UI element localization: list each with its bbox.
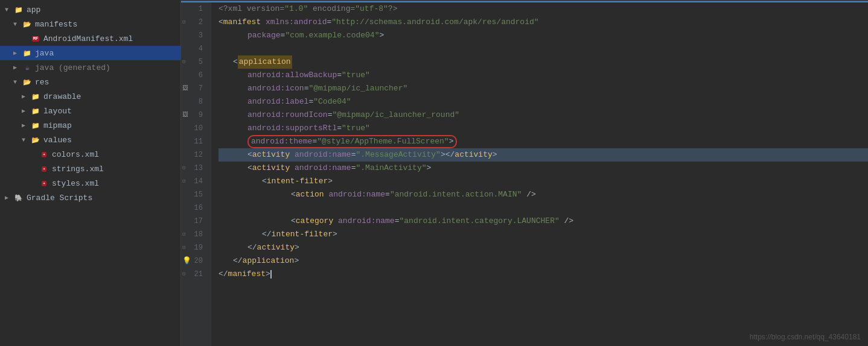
fold-icon-5[interactable]: ⊟ bbox=[182, 55, 185, 69]
tree-item-colors[interactable]: ✦ colors.xml bbox=[0, 147, 180, 162]
line-num-5: ⊟5 bbox=[181, 55, 206, 69]
folder-icon-java-gen: ☕ bbox=[22, 63, 33, 72]
fold-icon-19[interactable]: ⊟ bbox=[182, 241, 185, 254]
gradle-icon: 🐘 bbox=[13, 193, 24, 203]
code-editor: 1 ⊟2 3 4 ⊟5 6 🖼7 8 🖼9 10 11 12 ⊟13 ⊟14 1… bbox=[181, 0, 868, 346]
folder-icon-values: 📂 bbox=[30, 135, 41, 145]
label-java: java bbox=[35, 49, 54, 58]
line-num-19: ⊟19 bbox=[181, 241, 206, 254]
bulb-icon-20: 💡 bbox=[182, 254, 191, 268]
tree-item-layout[interactable]: ▶ 📁 layout bbox=[0, 104, 180, 118]
code-line-17: <category android:name="android.intent.c… bbox=[219, 215, 868, 228]
file-tree: ▼ 📁 app ▼ 📂 manifests MF AndroidManifest… bbox=[0, 0, 181, 346]
fold-icon-18[interactable]: ⊟ bbox=[182, 228, 185, 241]
line-num-14: ⊟14 bbox=[181, 175, 206, 188]
label-colors: colors.xml bbox=[52, 150, 99, 159]
line-numbers: 1 ⊟2 3 4 ⊟5 6 🖼7 8 🖼9 10 11 12 ⊟13 ⊟14 1… bbox=[181, 2, 211, 346]
folder-icon-app: 📁 bbox=[13, 5, 24, 14]
label-androidmanifest: AndroidManifest.xml bbox=[43, 34, 133, 43]
line-num-8: 8 bbox=[181, 95, 206, 109]
folder-icon-drawable: 📁 bbox=[30, 92, 41, 101]
arrow-gradle: ▶ bbox=[5, 194, 13, 201]
tree-item-styles[interactable]: ✦ styles.xml bbox=[0, 176, 180, 190]
arrow-java: ▶ bbox=[13, 49, 22, 57]
arrow-mipmap: ▶ bbox=[22, 122, 30, 129]
fold-icon-13[interactable]: ⊟ bbox=[182, 162, 185, 175]
fold-icon-14[interactable]: ⊟ bbox=[182, 175, 185, 188]
tree-item-drawable[interactable]: ▶ 📁 drawable bbox=[0, 89, 180, 104]
code-line-19: </activity> bbox=[219, 241, 868, 254]
line-num-15: 15 bbox=[181, 188, 206, 201]
fold-icon-21[interactable]: ⊟ bbox=[182, 268, 185, 281]
editor-content: 1 ⊟2 3 4 ⊟5 6 🖼7 8 🖼9 10 11 12 ⊟13 ⊟14 1… bbox=[181, 2, 868, 346]
arrow-layout: ▶ bbox=[22, 107, 30, 115]
code-line-6: android:allowBackup="true" bbox=[219, 69, 868, 82]
code-line-7: android:icon="@mipmap/ic_launcher" bbox=[219, 82, 868, 95]
line-num-21: ⊟21 bbox=[181, 268, 206, 281]
line-num-11: 11 bbox=[181, 135, 206, 148]
xml-icon-styles: ✦ bbox=[39, 178, 49, 188]
code-line-10: android:supportsRtl="true" bbox=[219, 122, 868, 135]
label-app: app bbox=[27, 5, 40, 14]
code-line-9: android:roundIcon="@mipmap/ic_launcher_r… bbox=[219, 109, 868, 122]
folder-icon-mipmap: 📁 bbox=[30, 121, 41, 130]
line-num-16: 16 bbox=[181, 201, 206, 215]
code-line-12: <activity android:name=".MessageActivity… bbox=[219, 148, 868, 162]
folder-icon-layout: 📁 bbox=[30, 106, 41, 116]
line-num-1: 1 bbox=[181, 2, 206, 16]
line-num-12: 12 bbox=[181, 148, 206, 162]
label-styles: styles.xml bbox=[52, 179, 99, 188]
code-line-18: </intent-filter> bbox=[219, 228, 868, 241]
code-line-15: <action android:name="android.intent.act… bbox=[219, 188, 868, 201]
line-num-13: ⊟13 bbox=[181, 162, 206, 175]
label-mipmap: mipmap bbox=[43, 121, 72, 130]
line-num-3: 3 bbox=[181, 29, 206, 42]
code-line-4 bbox=[219, 42, 868, 55]
tree-item-androidmanifest[interactable]: MF AndroidManifest.xml bbox=[0, 31, 180, 46]
line-num-6: 6 bbox=[181, 69, 206, 82]
line-num-18: ⊟18 bbox=[181, 228, 206, 241]
watermark: https://blog.csdn.net/qq_43640181 bbox=[750, 333, 861, 341]
code-line-5: <application bbox=[219, 55, 868, 69]
label-layout: layout bbox=[43, 107, 72, 116]
code-line-1: <?xml version="1.0" encoding="utf-8"?> bbox=[219, 2, 868, 16]
tree-item-java-gen[interactable]: ▶ ☕ java (generated) bbox=[0, 60, 180, 75]
folder-icon-res: 📂 bbox=[22, 77, 33, 87]
label-gradle: Gradle Scripts bbox=[27, 193, 92, 203]
code-content[interactable]: <?xml version="1.0" encoding="utf-8"?> <… bbox=[211, 2, 868, 346]
line-num-2: ⊟2 bbox=[181, 16, 206, 29]
tree-item-strings[interactable]: ✦ strings.xml bbox=[0, 162, 180, 176]
code-line-14: <intent-filter> bbox=[219, 175, 868, 188]
tree-item-manifests[interactable]: ▼ 📂 manifests bbox=[0, 17, 180, 31]
fold-icon-2[interactable]: ⊟ bbox=[182, 16, 185, 29]
label-strings: strings.xml bbox=[52, 165, 104, 174]
label-manifests: manifests bbox=[35, 20, 77, 29]
label-values: values bbox=[43, 136, 72, 145]
tree-item-java[interactable]: ▶ 📁 java bbox=[0, 46, 180, 60]
tree-item-gradle[interactable]: ▶ 🐘 Gradle Scripts bbox=[0, 190, 180, 205]
code-line-13: <activity android:name=".MainActivity"> bbox=[219, 162, 868, 175]
arrow-app: ▼ bbox=[5, 7, 13, 13]
xml-icon-androidmanifest: MF bbox=[30, 34, 41, 43]
line-num-4: 4 bbox=[181, 42, 206, 55]
code-line-16 bbox=[219, 201, 868, 215]
line-num-9: 🖼9 bbox=[181, 109, 206, 122]
line-num-7: 🖼7 bbox=[181, 82, 206, 95]
arrow-drawable: ▶ bbox=[22, 93, 30, 100]
tree-item-values[interactable]: ▼ 📂 values bbox=[0, 133, 180, 147]
tree-item-app[interactable]: ▼ 📁 app bbox=[0, 2, 180, 17]
folder-icon-java: 📁 bbox=[22, 48, 33, 58]
arrow-manifests: ▼ bbox=[13, 21, 22, 28]
label-java-gen: java (generated) bbox=[35, 63, 110, 72]
folder-icon-manifests: 📂 bbox=[22, 19, 33, 29]
arrow-res: ▼ bbox=[13, 79, 22, 86]
label-drawable: drawable bbox=[43, 92, 81, 101]
arrow-java-gen: ▶ bbox=[13, 64, 22, 71]
label-res: res bbox=[35, 78, 49, 87]
tree-item-res[interactable]: ▼ 📂 res bbox=[0, 75, 180, 89]
code-line-11: android:theme="@style/AppTheme.FullScree… bbox=[219, 135, 868, 148]
xml-icon-strings: ✦ bbox=[39, 164, 49, 174]
tree-item-mipmap[interactable]: ▶ 📁 mipmap bbox=[0, 118, 180, 133]
code-line-21: </manifest> bbox=[219, 268, 868, 281]
code-line-8: android:label="Code04" bbox=[219, 95, 868, 109]
